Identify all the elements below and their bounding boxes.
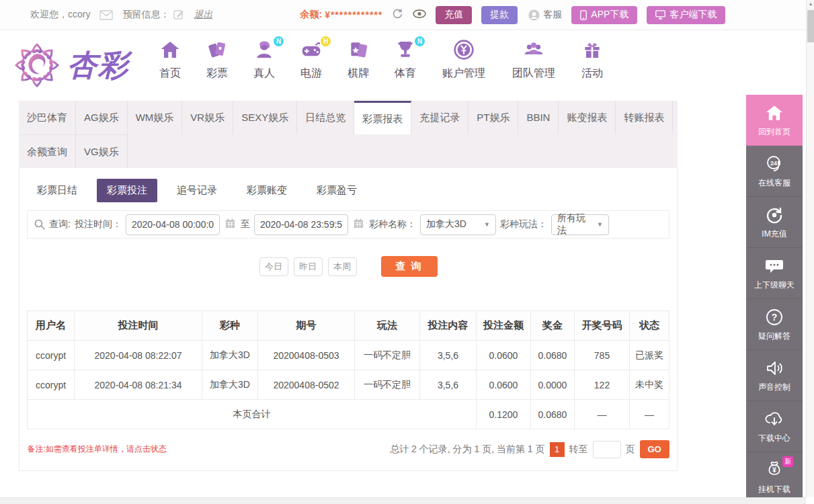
cell-lottery: 加拿大3D	[202, 341, 258, 370]
today-button[interactable]: 今日	[259, 257, 288, 276]
new-badge: 新	[782, 456, 793, 467]
calendar-icon[interactable]	[225, 218, 235, 230]
money-bag-icon: ¥ 新	[746, 460, 803, 480]
play-type-select[interactable]: 所有玩法 ▼	[551, 214, 609, 235]
sidebar-label: 回到首页	[746, 126, 803, 138]
subtab-lottery-account-change[interactable]: 彩票账变	[237, 179, 297, 202]
nav-live-label: 真人	[241, 67, 288, 81]
tab-wm[interactable]: WM娱乐	[128, 101, 183, 134]
table-row: ccorypt 2020-04-08 08:21:34 加拿大3D 202004…	[28, 370, 669, 400]
tab-balance-query[interactable]: 余额查询	[19, 134, 76, 168]
tab-sexy[interactable]: SEXY娱乐	[233, 101, 297, 134]
tab-vr[interactable]: VR娱乐	[182, 101, 233, 134]
subtab-lottery-daily[interactable]: 彩票日结	[27, 179, 87, 202]
col-prize: 奖金	[531, 311, 575, 341]
time-to-input[interactable]	[254, 214, 348, 235]
sidebar-download-center[interactable]: 下载中心	[746, 401, 803, 452]
nav-account-management[interactable]: 账户管理	[429, 39, 499, 81]
sidebar-label: 下载中心	[746, 433, 803, 444]
query-submit-button[interactable]: 查 询	[381, 256, 438, 277]
sidebar-faq[interactable]: ? 疑问解答	[746, 299, 803, 350]
nav-boardgames-label: 棋牌	[335, 67, 382, 81]
play-type-label: 彩种玩法：	[500, 218, 547, 230]
chevron-down-icon: ▼	[597, 221, 603, 228]
client-download-label: 客户端下载	[669, 9, 717, 21]
sidebar-hangup-download[interactable]: ¥ 新 挂机下载	[746, 452, 803, 503]
scrollbar-thumb[interactable]	[807, 10, 814, 42]
sidebar-back-home[interactable]: 回到首页	[746, 95, 803, 146]
nav-boardgames[interactable]: 棋牌	[335, 39, 382, 81]
scroll-up-arrow-icon[interactable]: ▲	[807, 1, 814, 6]
col-lottery: 彩种	[202, 311, 258, 341]
page: 欢迎您，ccory 预留信息： 退出 余额: ¥************ 充值 …	[0, 0, 814, 504]
im-recharge-icon	[746, 205, 803, 225]
subtab-lottery-profit-loss[interactable]: 彩票盈亏	[307, 179, 367, 202]
tab-account-change-report[interactable]: 账变报表	[559, 101, 616, 134]
status-link-paid[interactable]: 已派奖	[630, 341, 669, 370]
go-button[interactable]: GO	[640, 440, 669, 458]
show-balance-eye-icon[interactable]	[413, 9, 426, 20]
current-page-badge[interactable]: 1	[550, 442, 565, 457]
to-label: 至	[241, 218, 250, 230]
summary-status: —	[630, 400, 669, 429]
nav-home[interactable]: 首页	[147, 39, 194, 81]
question-icon: ?	[746, 307, 803, 327]
yesterday-button[interactable]: 昨日	[294, 257, 323, 276]
cell-username: ccorypt	[28, 370, 75, 400]
lottery-select[interactable]: 加拿大3D ▼	[420, 214, 496, 235]
nav-sports[interactable]: N 体育	[382, 39, 429, 81]
site-logo[interactable]: 杏彩	[11, 40, 129, 90]
tab-vg[interactable]: VG娱乐	[76, 134, 128, 168]
tab-bbin[interactable]: BBIN	[518, 101, 559, 134]
edit-message-icon[interactable]	[173, 9, 184, 20]
subtab-chase-records[interactable]: 追号记录	[167, 179, 227, 202]
nav-home-label: 首页	[147, 67, 194, 81]
recharge-button[interactable]: 充值	[436, 6, 472, 24]
client-download-button[interactable]: 客户端下载	[647, 6, 725, 24]
sidebar-im-recharge[interactable]: IM充值	[746, 197, 803, 248]
tab-transfer-report[interactable]: 转账报表	[616, 101, 673, 134]
tab-lottery-report[interactable]: 彩票报表	[354, 101, 411, 134]
withdraw-button[interactable]: 提款	[481, 6, 518, 24]
nav-team-management[interactable]: 团队管理	[499, 39, 569, 81]
vertical-scrollbar[interactable]: ▲	[806, 0, 814, 497]
tab-daily-overview[interactable]: 日结总览	[297, 101, 354, 134]
main-content: 沙巴体育 AG娱乐 WM娱乐 VR娱乐 SEXY娱乐 日结总览 彩票报表 充提记…	[19, 101, 678, 471]
calendar-icon[interactable]	[354, 218, 364, 230]
sidebar-sound-control[interactable]: 声音控制	[746, 350, 803, 401]
nav-live[interactable]: N 真人	[241, 39, 288, 81]
tab-ag[interactable]: AG娱乐	[76, 101, 128, 134]
tab-pt[interactable]: PT娱乐	[469, 101, 518, 134]
cell-bet-time: 2020-04-08 08:21:34	[75, 370, 202, 400]
nav-account-label: 账户管理	[429, 67, 499, 81]
lottery-name-label: 彩种名称：	[369, 218, 416, 230]
site-header: 杏彩 首页 彩票 N 真人	[0, 31, 806, 98]
tab-shaba-sports[interactable]: 沙巴体育	[19, 101, 76, 134]
report-tabs-row2: 余额查询 VG娱乐	[19, 134, 678, 168]
subtab-lottery-bets[interactable]: 彩票投注	[97, 179, 157, 202]
customer-service-link[interactable]: 客服	[528, 9, 562, 21]
page-unit-label: 页	[626, 444, 635, 456]
sidebar-label: IM充值	[746, 228, 803, 240]
balance-value: ¥************	[325, 9, 382, 20]
sidebar-chat[interactable]: 上下级聊天	[746, 248, 803, 299]
col-bet-time: 投注时间	[75, 311, 202, 341]
time-from-input[interactable]	[126, 214, 220, 235]
app-download-button[interactable]: APP下载	[571, 6, 637, 24]
status-link-lost[interactable]: 未中奖	[630, 370, 669, 400]
horizontal-scrollbar[interactable]	[0, 497, 806, 504]
refresh-balance-icon[interactable]	[392, 8, 403, 22]
this-week-button[interactable]: 本周	[328, 257, 357, 276]
goto-page-input[interactable]	[593, 441, 621, 458]
coin-icon	[453, 39, 475, 65]
logout-link[interactable]: 退出	[194, 9, 212, 21]
nav-lottery[interactable]: 彩票	[194, 39, 241, 81]
nav-egames[interactable]: H 电游	[288, 39, 335, 81]
svg-text:?: ?	[772, 312, 778, 323]
nav-promotions[interactable]: 活动	[569, 39, 616, 81]
message-envelope-icon[interactable]	[99, 10, 113, 20]
nav-team-label: 团队管理	[499, 67, 569, 81]
sidebar-online-service[interactable]: 24 在线客服	[746, 146, 803, 197]
tab-deposit-withdraw-records[interactable]: 充提记录	[411, 101, 469, 134]
nav-lottery-label: 彩票	[194, 67, 241, 81]
